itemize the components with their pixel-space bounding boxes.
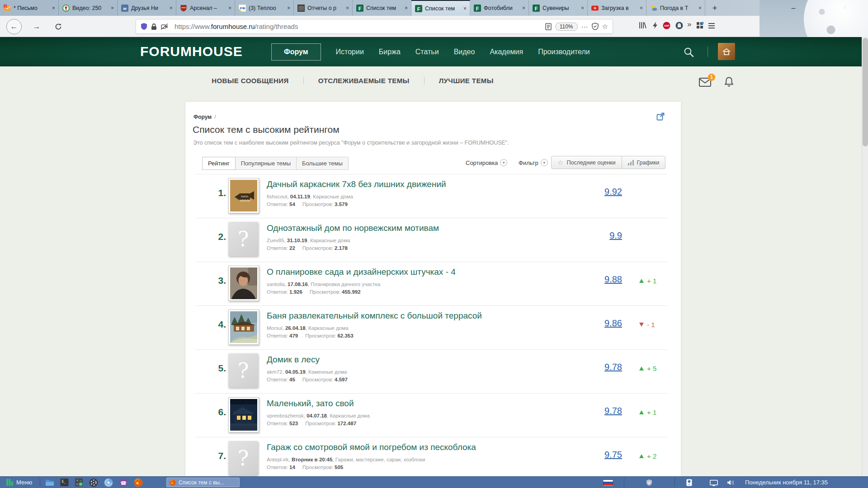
page-scrollbar[interactable] [862, 37, 868, 476]
browser-tab[interactable]: F Список тем × [411, 0, 470, 16]
external-link-icon[interactable] [656, 113, 665, 121]
browser-tab[interactable]: W Друзья Ни × [118, 0, 176, 16]
scrollbar-thumb[interactable] [863, 38, 868, 146]
tab-close-icon[interactable]: × [169, 5, 174, 11]
window-close-button[interactable]: × [838, 3, 852, 14]
thread-title-link[interactable]: О планировке сада и дизайнерских штучках… [267, 267, 456, 277]
taskbar-clock[interactable]: Понедельник ноября 11, 17:35 [745, 479, 828, 486]
subnav-item[interactable]: НОВЫЕ СООБЩЕНИЯ [212, 77, 288, 84]
calculator-icon[interactable]: +−×= [75, 478, 83, 487]
thread-rating-link[interactable]: 9.78 [582, 362, 622, 372]
thread-thumbnail[interactable] [228, 266, 259, 301]
browser-tab[interactable]: Арсенал – × [176, 0, 235, 16]
thread-thumbnail[interactable]: ? [228, 441, 258, 475]
shield-check-icon[interactable] [646, 479, 653, 486]
overflow-chevrons-icon[interactable]: » [687, 20, 691, 29]
thread-thumbnail[interactable] [228, 397, 259, 432]
thread-title-link[interactable]: Одноэтажный дом по норвежским мотивам [267, 223, 439, 233]
browser-tab[interactable]: 1 * Письмо × [0, 0, 59, 16]
file-manager-icon[interactable] [45, 479, 54, 487]
thread-title-link[interactable]: Дачный каркасник 7х8 без лишних движений [267, 179, 446, 189]
viber-icon[interactable]: ☎ [119, 478, 128, 487]
thread-rating-link[interactable]: 9.92 [582, 187, 622, 197]
thread-title-link[interactable]: Баня развлекательный комплекс с большой … [267, 311, 482, 321]
browser-tab[interactable]: Погода в Т × [646, 0, 705, 16]
camera-icon[interactable] [686, 479, 692, 486]
window-maximize-button[interactable]: □ [806, 3, 819, 14]
url-text[interactable]: https://www.forumhouse.ru/rating/threads [175, 23, 298, 30]
bookmark-star-icon[interactable]: ☆ [602, 23, 608, 31]
thread-title-link[interactable]: Домик в лесу [267, 355, 320, 365]
browser-tab[interactable]: Видео: 250 × [59, 0, 118, 16]
ghostery-icon[interactable] [675, 22, 683, 29]
thread-thumbnail[interactable]: ПИЛА [228, 178, 259, 213]
blocked-permission-icon[interactable] [160, 23, 168, 30]
thread-thumbnail[interactable]: ? [228, 353, 258, 388]
thread-rating-link[interactable]: 9.75 [582, 450, 622, 460]
new-tab-button[interactable]: + [709, 2, 721, 14]
taskbar-menu-button[interactable]: Меню [2, 477, 37, 488]
back-button[interactable]: ← [6, 19, 22, 34]
browser-tab[interactable]: Загрузка в × [588, 0, 646, 16]
flash-extension-icon[interactable] [652, 21, 658, 29]
search-icon[interactable] [684, 47, 694, 57]
browser-icon[interactable] [104, 478, 113, 487]
tab-close-icon[interactable]: × [404, 5, 409, 11]
recent-ratings-button[interactable]: ☆ Последние оценки [551, 156, 622, 169]
volume-icon[interactable] [727, 479, 735, 486]
main-nav-item[interactable]: Биржа [379, 48, 401, 56]
charts-button[interactable]: Графики [622, 156, 666, 169]
thread-title-link[interactable]: Гараж со смотровой ямой и погребом из пе… [267, 442, 476, 452]
thread-rating-link[interactable]: 9.78 [582, 406, 622, 416]
url-bar[interactable]: https://www.forumhouse.ru/rating/threads… [136, 19, 613, 34]
user-avatar[interactable] [718, 43, 735, 60]
tracking-shield-icon[interactable] [141, 23, 147, 30]
active-task-button[interactable]: Список тем с вы... [166, 478, 240, 487]
main-nav-item[interactable]: Форум [271, 43, 321, 61]
extensions-grid-icon[interactable] [696, 22, 704, 29]
filter-control[interactable]: Фильтр ▾ [519, 159, 548, 166]
alerts-bell-icon[interactable] [724, 76, 734, 87]
thread-rating-link[interactable]: 9.9 [582, 230, 622, 241]
tab-close-icon[interactable]: × [462, 5, 467, 12]
rating-tab[interactable]: Рейтинг [202, 157, 236, 170]
reload-button[interactable] [51, 19, 66, 34]
subnav-item[interactable]: ЛУЧШИЕ ТЕМЫ [424, 77, 494, 84]
forumhouse-logo[interactable]: FORUMHOUSE [140, 44, 243, 59]
main-nav-item[interactable]: Статьи [415, 48, 439, 56]
display-icon[interactable] [710, 480, 718, 486]
protection-shield-icon[interactable] [592, 23, 599, 30]
thread-title-link[interactable]: Маленький, зато свой [267, 399, 354, 408]
browser-tab[interactable]: РФ (3) Теплоо × [235, 0, 294, 16]
zoom-level-button[interactable]: 110% [555, 23, 578, 31]
tab-close-icon[interactable]: × [110, 5, 115, 11]
keyboard-layout-flag[interactable] [603, 479, 613, 486]
terminal-icon[interactable]: $_ [60, 478, 69, 487]
adblock-icon[interactable]: ABP 6 [663, 22, 868, 29]
reader-mode-icon[interactable] [545, 23, 552, 30]
rating-tab[interactable]: Большие темы [296, 157, 349, 170]
firefox-icon[interactable] [134, 478, 143, 487]
main-nav-item[interactable]: Истории [336, 48, 364, 56]
thread-thumbnail[interactable]: ? [228, 222, 258, 256]
browser-tab[interactable]: F Фотобибли × [470, 0, 529, 16]
tab-close-icon[interactable]: × [51, 5, 56, 11]
forward-button[interactable]: → [29, 19, 44, 34]
tab-close-icon[interactable]: × [227, 5, 232, 11]
tab-close-icon[interactable]: × [639, 5, 644, 11]
main-nav-item[interactable]: Производители [538, 48, 590, 56]
tab-close-icon[interactable]: × [286, 5, 291, 11]
subnav-item[interactable]: ОТСЛЕЖИВАЕМЫЕ ТЕМЫ [303, 77, 410, 84]
sort-control[interactable]: Сортировка ▾ [466, 159, 507, 166]
main-nav-item[interactable]: Видео [454, 48, 475, 56]
media-player-icon[interactable] [89, 478, 98, 487]
tab-close-icon[interactable]: × [580, 5, 585, 11]
main-nav-item[interactable]: Академия [490, 48, 523, 56]
browser-tab[interactable]: F Список тем × [353, 0, 411, 16]
browser-tab[interactable]: Отчеты о р × [294, 0, 353, 16]
hamburger-menu-icon[interactable] [708, 23, 715, 29]
tab-close-icon[interactable]: × [345, 5, 350, 11]
tab-close-icon[interactable]: × [698, 5, 703, 11]
browser-tab[interactable]: F Сувениры × [529, 0, 588, 16]
thread-rating-link[interactable]: 9.86 [582, 318, 622, 328]
